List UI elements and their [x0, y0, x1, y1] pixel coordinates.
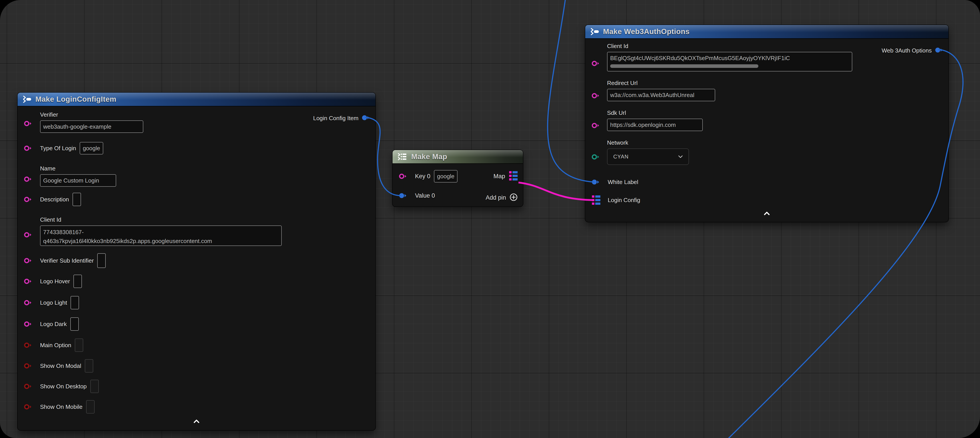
node-title: Make LoginConfigItem: [35, 95, 116, 104]
type-of-login-input[interactable]: google: [80, 142, 103, 154]
verifier-label: Verifier: [40, 111, 58, 118]
pin-login-config-item-output[interactable]: [361, 115, 370, 122]
logo-hover-input[interactable]: [73, 275, 82, 288]
redirect-url-label: Redirect Url: [607, 80, 638, 87]
pin-redirect-url-input[interactable]: [592, 92, 600, 99]
add-pin-icon[interactable]: [509, 193, 518, 202]
node-header[interactable]: Make Map: [393, 150, 523, 164]
add-pin-label: Add pin: [485, 194, 506, 201]
pin-client-id-input[interactable]: [24, 231, 32, 238]
logo-hover-label: Logo Hover: [40, 278, 70, 285]
make-map-icon: [398, 153, 408, 161]
client-id-label: Client Id: [40, 216, 61, 223]
client-id-input[interactable]: 774338308167-q463s7kpvja16l4l0kko3nb925i…: [40, 225, 282, 246]
web3auth-options-label: Web 3Auth Options: [881, 47, 932, 54]
client-id-label: Client Id: [607, 43, 628, 49]
verifier-sub-identifier-label: Verifier Sub Identifier: [40, 257, 94, 264]
sdk-url-input[interactable]: https://sdk.openlogin.com: [607, 119, 703, 131]
chevron-down-icon: [678, 155, 683, 158]
pin-network-input[interactable]: [592, 154, 600, 160]
node-make-loginconfigitem[interactable]: Make LoginConfigItem Verifier web3auth-g…: [18, 92, 375, 430]
blueprint-editor-window: Make LoginConfigItem Verifier web3auth-g…: [0, 0, 980, 438]
show-on-mobile-checkbox[interactable]: [86, 400, 95, 414]
pin-map-output[interactable]: [509, 171, 518, 182]
description-input[interactable]: [73, 193, 81, 206]
key-0-label: Key 0: [415, 173, 430, 180]
main-option-checkbox[interactable]: [75, 339, 83, 352]
map-output-label: Map: [493, 173, 505, 180]
make-struct-icon: [590, 28, 600, 35]
network-dropdown-value: CYAN: [613, 154, 628, 160]
node-make-map[interactable]: Make Map Key 0 google Map Val: [393, 150, 523, 207]
collapse-node-chevron-icon[interactable]: [764, 212, 770, 216]
value-0-label: Value 0: [415, 192, 435, 199]
show-on-desktop-checkbox[interactable]: [90, 380, 99, 393]
logo-dark-label: Logo Dark: [40, 321, 67, 328]
show-on-desktop-label: Show On Desktop: [40, 383, 87, 390]
node-make-web3authoptions[interactable]: Make Web3AuthOptions Client Id BEglQSgt4…: [585, 25, 948, 222]
pin-verifier-input[interactable]: [24, 120, 32, 127]
pin-client-id-input[interactable]: [592, 60, 600, 67]
node-header[interactable]: Make LoginConfigItem: [18, 92, 375, 107]
client-id-input[interactable]: BEglQSgt4cUWcj6SKRdu5QkOXTsePmMcusG5EAoy…: [607, 52, 852, 72]
network-dropdown[interactable]: CYAN: [607, 148, 689, 165]
pin-sdk-url-input[interactable]: [592, 122, 600, 129]
login-config-label: Login Config: [608, 197, 640, 204]
show-on-modal-checkbox[interactable]: [85, 359, 93, 373]
show-on-mobile-label: Show On Mobile: [40, 403, 83, 410]
logo-dark-input[interactable]: [70, 317, 79, 331]
show-on-modal-label: Show On Modal: [40, 363, 81, 370]
type-of-login-label: Type Of Login: [40, 145, 76, 152]
white-label-label: White Label: [608, 179, 638, 186]
node-title: Make Map: [411, 153, 447, 161]
redirect-url-input[interactable]: w3a://com.w3a.Web3AuthUnreal: [607, 89, 715, 101]
name-label: Name: [40, 165, 56, 172]
logo-light-input[interactable]: [70, 296, 79, 309]
name-input[interactable]: Google Custom Login: [40, 174, 116, 187]
client-id-scrollbar-thumb[interactable]: [610, 64, 758, 68]
network-label: Network: [607, 139, 628, 146]
login-config-item-label: Login Config Item: [313, 115, 358, 122]
verifier-input[interactable]: web3auth-google-example: [40, 120, 143, 133]
client-id-scrollbar-track[interactable]: [610, 64, 849, 68]
logo-light-label: Logo Light: [40, 299, 67, 306]
pin-name-input[interactable]: [24, 176, 32, 183]
main-option-label: Main Option: [40, 342, 71, 349]
pin-web3auth-options-output[interactable]: [935, 47, 943, 54]
graph-canvas[interactable]: Make LoginConfigItem Verifier web3auth-g…: [0, 0, 980, 438]
key-0-input[interactable]: google: [434, 170, 458, 183]
description-label: Description: [40, 196, 69, 203]
collapse-node-chevron-icon[interactable]: [193, 419, 200, 424]
wire-map-to-loginconfig[interactable]: [519, 183, 593, 200]
sdk-url-label: Sdk Url: [607, 110, 626, 116]
make-struct-icon: [22, 96, 32, 103]
node-header[interactable]: Make Web3AuthOptions: [585, 25, 948, 39]
verifier-sub-identifier-input[interactable]: [97, 253, 106, 268]
node-title: Make Web3AuthOptions: [603, 27, 690, 36]
